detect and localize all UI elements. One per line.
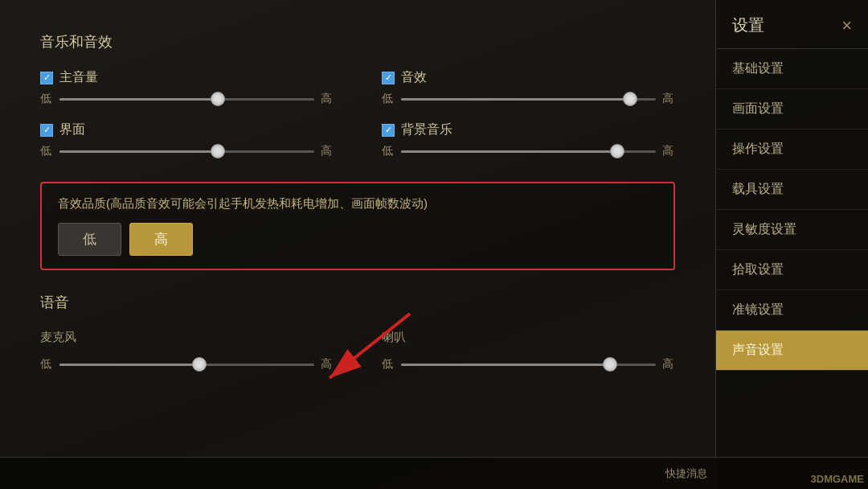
- slider-mic-row: 低 高: [40, 356, 334, 372]
- sidebar-title: 设置: [732, 14, 764, 36]
- low-label-speaker: 低: [382, 357, 395, 372]
- slider-ui-label-row: 界面: [40, 121, 334, 138]
- sidebar: 设置 × 基础设置 画面设置 操作设置 载具设置 灵敏度设置 拾取设置 准镜设置…: [715, 0, 868, 489]
- sidebar-item-vehicle[interactable]: 载具设置: [716, 170, 868, 210]
- sidebar-item-sensitivity[interactable]: 灵敏度设置: [716, 210, 868, 250]
- slider-master-label-row: 主音量: [40, 69, 334, 86]
- slider-ui-row: 低 高: [40, 143, 334, 159]
- low-label-mic: 低: [40, 357, 53, 372]
- sidebar-item-vehicle-label: 载具设置: [732, 182, 784, 195]
- checkbox-bgm[interactable]: [382, 124, 395, 137]
- label-mic: 麦克风: [40, 330, 334, 345]
- slider-speaker-row: 低 高: [382, 356, 675, 372]
- label-sfx: 音效: [401, 69, 427, 86]
- sidebar-item-graphics[interactable]: 画面设置: [716, 89, 868, 129]
- sidebar-header: 设置 ×: [716, 0, 868, 49]
- slider-sfx: 音效 低 高: [382, 69, 675, 107]
- bottom-bar: 快捷消息: [0, 457, 868, 489]
- slider-master: 主音量 低 高: [40, 69, 334, 107]
- high-label-sfx: 高: [662, 92, 675, 106]
- label-master: 主音量: [59, 69, 98, 86]
- high-label-mic: 高: [321, 357, 334, 372]
- label-bgm: 背景音乐: [401, 121, 452, 138]
- close-button[interactable]: ×: [841, 17, 852, 35]
- sidebar-item-graphics-label: 画面设置: [732, 101, 784, 115]
- low-label-master: 低: [40, 92, 53, 106]
- slider-bgm-row: 低 高: [382, 143, 675, 159]
- sidebar-item-pickup[interactable]: 拾取设置: [716, 250, 868, 290]
- sliders-grid: 主音量 低 高 音效 低: [40, 69, 675, 159]
- quality-high-button[interactable]: 高: [129, 223, 193, 256]
- low-label-ui: 低: [40, 144, 53, 158]
- quality-buttons: 低 高: [58, 223, 657, 256]
- slider-speaker: 喇叭 低 高: [382, 330, 675, 372]
- quality-description: 音效品质(高品质音效可能会引起手机发热和耗电增加、画面帧数波动): [58, 196, 657, 212]
- voice-section: 语音 麦克风 低 高 喇叭: [40, 293, 675, 372]
- main-panel: 音乐和音效 主音量 低 高 音: [0, 0, 715, 489]
- quality-box: 音效品质(高品质音效可能会引起手机发热和耗电增加、画面帧数波动) 低 高: [40, 182, 675, 270]
- slider-bgm: 背景音乐 低 高: [382, 121, 675, 159]
- voice-sliders-grid: 麦克风 低 高 喇叭 低: [40, 330, 675, 372]
- track-ui[interactable]: [59, 143, 314, 159]
- high-label-ui: 高: [321, 144, 334, 158]
- high-label-master: 高: [321, 92, 334, 106]
- low-label-sfx: 低: [382, 92, 395, 106]
- watermark: 3DMGAME: [811, 473, 864, 485]
- sidebar-item-controls[interactable]: 操作设置: [716, 129, 868, 170]
- low-label-bgm: 低: [382, 144, 395, 158]
- track-sfx[interactable]: [401, 91, 656, 107]
- sidebar-item-scope-label: 准镜设置: [732, 302, 784, 316]
- sidebar-item-sound-label: 声音设置: [732, 343, 784, 356]
- high-label-speaker: 高: [662, 357, 675, 372]
- checkbox-master[interactable]: [40, 72, 53, 84]
- checkbox-ui[interactable]: [40, 124, 53, 137]
- quality-low-button[interactable]: 低: [58, 223, 121, 256]
- sidebar-item-pickup-label: 拾取设置: [732, 262, 784, 276]
- audio-section-title: 音乐和音效: [40, 32, 675, 51]
- slider-ui: 界面 低 高: [40, 121, 334, 159]
- slider-sfx-label-row: 音效: [382, 69, 675, 86]
- label-ui: 界面: [59, 121, 85, 138]
- sidebar-item-sound[interactable]: 声音设置: [716, 331, 868, 371]
- label-speaker: 喇叭: [382, 330, 675, 345]
- slider-mic: 麦克风 低 高: [40, 330, 334, 372]
- track-bgm[interactable]: [401, 143, 656, 159]
- track-speaker[interactable]: [401, 356, 656, 372]
- sidebar-item-sensitivity-label: 灵敏度设置: [732, 222, 796, 236]
- quick-message-label[interactable]: 快捷消息: [665, 466, 707, 481]
- voice-section-title: 语音: [40, 293, 675, 312]
- high-label-bgm: 高: [662, 144, 675, 158]
- slider-master-row: 低 高: [40, 91, 334, 107]
- track-master[interactable]: [59, 91, 314, 107]
- sidebar-item-scope[interactable]: 准镜设置: [716, 290, 868, 331]
- slider-sfx-row: 低 高: [382, 91, 675, 107]
- sidebar-item-basic[interactable]: 基础设置: [716, 49, 868, 89]
- slider-bgm-label-row: 背景音乐: [382, 121, 675, 138]
- track-mic[interactable]: [59, 356, 314, 372]
- sidebar-item-basic-label: 基础设置: [732, 61, 784, 75]
- sidebar-item-controls-label: 操作设置: [732, 142, 784, 155]
- checkbox-sfx[interactable]: [382, 72, 395, 84]
